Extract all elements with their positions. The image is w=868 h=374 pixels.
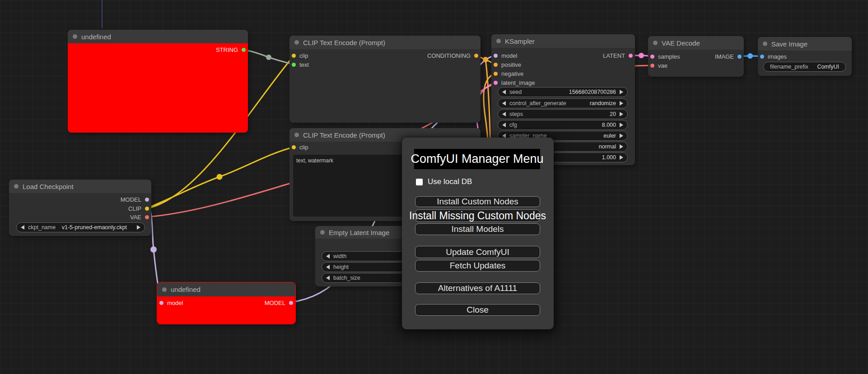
- reroute-dot-image[interactable]: [747, 53, 753, 59]
- vae-output-port[interactable]: VAE: [130, 214, 149, 220]
- collapse-dot-icon[interactable]: [496, 39, 501, 43]
- seed-widget[interactable]: seed 156680208700286: [498, 87, 628, 97]
- collapse-dot-icon[interactable]: [320, 230, 325, 235]
- decrement-arrow-icon[interactable]: [502, 123, 506, 127]
- model-input-dot[interactable]: [494, 54, 498, 58]
- install-custom-nodes-button[interactable]: Install Custom Nodes: [415, 196, 540, 207]
- control-after-generate-widget[interactable]: control_after_generate randomize: [498, 98, 628, 108]
- collapse-dot-icon[interactable]: [162, 287, 167, 292]
- reroute-dot-clip[interactable]: [217, 174, 223, 180]
- clip-input-dot[interactable]: [292, 54, 296, 58]
- string-output-dot[interactable]: [242, 48, 246, 52]
- vae-output-dot[interactable]: [145, 215, 149, 219]
- clip-output-dot[interactable]: [145, 207, 149, 211]
- node-title: KSampler: [505, 37, 535, 45]
- reroute-dot-latent[interactable]: [639, 53, 644, 58]
- increment-arrow-icon[interactable]: [620, 101, 623, 106]
- node-title-bar[interactable]: CLIP Text Encode (Prompt): [289, 36, 481, 49]
- clip-input-dot[interactable]: [292, 145, 296, 149]
- vae-input-port[interactable]: vae: [650, 62, 667, 69]
- positive-input-dot[interactable]: [494, 63, 498, 67]
- collapse-dot-icon[interactable]: [653, 41, 658, 45]
- node-load-checkpoint[interactable]: Load Checkpoint MODEL CLIP VAE ckpt_name…: [9, 180, 151, 236]
- filename-prefix-widget[interactable]: filename_prefix ComfyUI: [763, 62, 846, 72]
- samples-input-dot[interactable]: [650, 55, 654, 59]
- decrement-arrow-icon[interactable]: [326, 276, 330, 280]
- decrement-arrow-icon[interactable]: [326, 254, 330, 259]
- install-missing-custom-nodes-button[interactable]: Install Missing Custom Nodes: [415, 209, 540, 222]
- vae-input-dot[interactable]: [650, 64, 654, 68]
- node-undefined-model[interactable]: undefined model MODEL: [157, 282, 296, 324]
- node-clip-text-encode-positive[interactable]: CLIP Text Encode (Prompt) clip text COND…: [289, 36, 481, 123]
- close-button[interactable]: Close: [415, 304, 540, 316]
- node-vae-decode[interactable]: VAE Decode samples vae IMAGE: [648, 36, 744, 77]
- node-title-bar[interactable]: undefined: [157, 282, 295, 296]
- update-comfyui-button[interactable]: Update ComfyUI: [415, 246, 540, 258]
- collapse-dot-icon[interactable]: [763, 42, 767, 46]
- clip-input-port[interactable]: clip: [292, 52, 308, 59]
- model-output-dot[interactable]: [289, 301, 293, 305]
- latent-image-input-dot[interactable]: [494, 81, 498, 85]
- ckpt-name-widget[interactable]: ckpt_name v1-5-pruned-emaonly.ckpt: [16, 222, 145, 232]
- negative-input-port[interactable]: negative: [494, 70, 523, 77]
- decrement-arrow-icon[interactable]: [502, 90, 506, 94]
- decrement-arrow-icon[interactable]: [21, 225, 24, 230]
- images-input-port[interactable]: images: [760, 53, 787, 60]
- increment-arrow-icon[interactable]: [620, 155, 623, 160]
- node-title-bar[interactable]: Load Checkpoint: [9, 180, 151, 193]
- latent-image-input-port[interactable]: latent_image: [494, 79, 535, 86]
- string-output-port[interactable]: STRING: [216, 46, 246, 53]
- alternatives-of-a1111-button[interactable]: Alternatives of A1111: [415, 282, 540, 294]
- model-output-dot[interactable]: [145, 198, 149, 202]
- collapse-dot-icon[interactable]: [73, 34, 77, 39]
- latent-output-port[interactable]: LATENT: [603, 52, 633, 59]
- use-local-db-checkbox[interactable]: [416, 179, 423, 185]
- steps-widget[interactable]: steps 20: [498, 109, 628, 119]
- text-input-dot[interactable]: [292, 63, 296, 67]
- node-title-bar[interactable]: VAE Decode: [648, 36, 744, 50]
- node-graph-canvas[interactable]: undefined STRING CLIP Text Encode (Promp…: [0, 0, 868, 374]
- increment-arrow-icon[interactable]: [137, 225, 140, 230]
- collapse-dot-icon[interactable]: [294, 40, 299, 45]
- collapse-dot-icon[interactable]: [294, 133, 299, 137]
- reroute-dot-string[interactable]: [266, 55, 271, 60]
- cfg-widget[interactable]: cfg 8.000: [498, 120, 628, 130]
- conditioning-output-dot[interactable]: [474, 54, 478, 58]
- node-title-bar[interactable]: KSampler: [491, 34, 635, 48]
- images-input-dot[interactable]: [760, 55, 764, 59]
- decrement-arrow-icon[interactable]: [326, 265, 330, 269]
- node-undefined-string[interactable]: undefined STRING: [68, 30, 248, 133]
- model-input-dot[interactable]: [159, 301, 163, 305]
- increment-arrow-icon[interactable]: [620, 90, 623, 94]
- increment-arrow-icon[interactable]: [620, 123, 623, 127]
- increment-arrow-icon[interactable]: [620, 134, 623, 138]
- dialog-title: ComfyUI Manager Menu: [414, 149, 540, 169]
- model-output-port[interactable]: MODEL: [121, 196, 149, 203]
- model-input-port[interactable]: model: [494, 52, 517, 59]
- text-input-port[interactable]: text: [292, 61, 309, 68]
- image-output-port[interactable]: IMAGE: [715, 53, 742, 60]
- node-title-bar[interactable]: undefined: [68, 30, 248, 43]
- increment-arrow-icon[interactable]: [620, 144, 623, 149]
- install-models-button[interactable]: Install Models: [415, 223, 540, 235]
- collapse-dot-icon[interactable]: [14, 184, 19, 189]
- node-title-bar[interactable]: Save Image: [758, 37, 852, 51]
- samples-input-port[interactable]: samples: [650, 53, 680, 60]
- negative-input-dot[interactable]: [494, 72, 498, 76]
- model-output-port[interactable]: MODEL: [265, 300, 293, 306]
- image-output-dot[interactable]: [737, 55, 742, 59]
- reroute-dot-conditioning[interactable]: [483, 57, 488, 62]
- clip-output-port[interactable]: CLIP: [128, 205, 149, 212]
- model-input-port[interactable]: model: [159, 300, 183, 306]
- node-save-image[interactable]: Save Image images filename_prefix ComfyU…: [758, 37, 852, 76]
- decrement-arrow-icon[interactable]: [502, 112, 506, 116]
- node-title: Save Image: [771, 40, 807, 48]
- increment-arrow-icon[interactable]: [620, 112, 623, 116]
- decrement-arrow-icon[interactable]: [502, 101, 506, 106]
- clip-input-port[interactable]: clip: [292, 144, 308, 150]
- fetch-updates-button[interactable]: Fetch Updates: [415, 260, 540, 272]
- positive-input-port[interactable]: positive: [494, 61, 521, 68]
- conditioning-output-port[interactable]: CONDITIONING: [427, 52, 478, 59]
- reroute-dot-model[interactable]: [150, 246, 157, 253]
- latent-output-dot[interactable]: [629, 54, 633, 58]
